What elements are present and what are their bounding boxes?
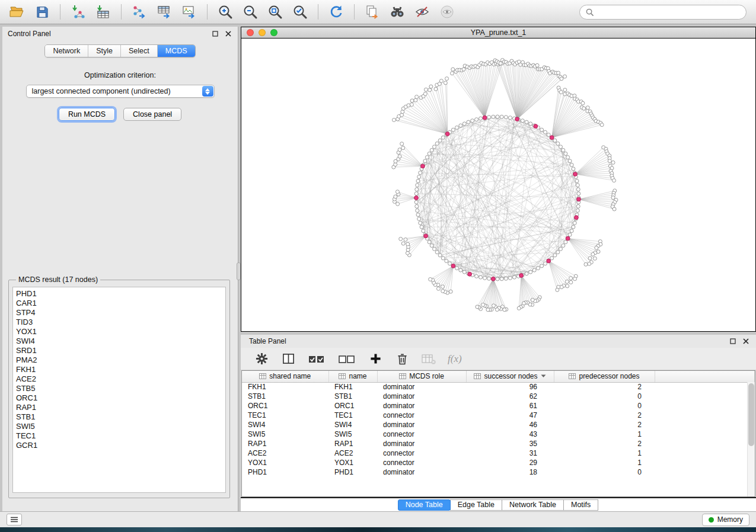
- network-node[interactable]: [568, 159, 572, 163]
- network-node[interactable]: [419, 171, 422, 175]
- mcds-result-item[interactable]: CAR1: [16, 299, 225, 308]
- mcds-result-item[interactable]: STB1: [16, 412, 225, 422]
- network-node[interactable]: [540, 264, 544, 268]
- criterion-dropdown[interactable]: largest connected component (undirected): [26, 85, 215, 98]
- network-node[interactable]: [445, 77, 449, 81]
- network-node[interactable]: [504, 277, 508, 280]
- network-node[interactable]: [459, 268, 462, 272]
- minimize-window-button[interactable]: [259, 29, 266, 36]
- network-node[interactable]: [531, 298, 534, 302]
- save-session-button[interactable]: [31, 2, 53, 21]
- network-dominator-node[interactable]: [414, 196, 419, 200]
- network-dominator-node[interactable]: [573, 172, 578, 177]
- network-node[interactable]: [399, 237, 403, 241]
- mcds-result-item[interactable]: FKH1: [16, 365, 225, 374]
- mcds-result-list[interactable]: PHD1CAR1STP4TID3YOX1SWI4SRD1PMA2FKH1ACE2…: [12, 287, 226, 493]
- panel-splitter[interactable]: [237, 262, 241, 280]
- network-node[interactable]: [566, 284, 569, 288]
- network-node[interactable]: [423, 159, 427, 163]
- mcds-result-item[interactable]: GCR1: [16, 441, 225, 450]
- network-node[interactable]: [496, 115, 499, 118]
- network-node[interactable]: [584, 262, 588, 266]
- network-node[interactable]: [439, 79, 443, 83]
- network-node[interactable]: [479, 117, 483, 120]
- network-node[interactable]: [559, 145, 562, 149]
- network-node[interactable]: [553, 139, 557, 142]
- network-node[interactable]: [559, 247, 562, 251]
- network-node[interactable]: [575, 180, 579, 183]
- network-node[interactable]: [540, 128, 544, 132]
- refresh-button[interactable]: [325, 2, 347, 21]
- network-node[interactable]: [406, 251, 409, 255]
- network-node[interactable]: [436, 287, 440, 290]
- table-settings-button[interactable]: [254, 351, 269, 367]
- network-node[interactable]: [537, 267, 540, 270]
- network-node[interactable]: [525, 272, 528, 275]
- network-node[interactable]: [508, 116, 512, 120]
- network-node[interactable]: [441, 285, 444, 289]
- network-node[interactable]: [572, 167, 575, 171]
- network-node[interactable]: [529, 270, 532, 274]
- network-node[interactable]: [415, 188, 419, 191]
- network-dominator-node[interactable]: [424, 234, 428, 238]
- network-node[interactable]: [486, 308, 490, 312]
- network-node[interactable]: [428, 241, 431, 244]
- network-node[interactable]: [422, 229, 425, 233]
- network-node[interactable]: [401, 146, 405, 150]
- network-node[interactable]: [532, 268, 536, 272]
- network-node[interactable]: [556, 251, 560, 254]
- mcds-result-item[interactable]: TEC1: [16, 431, 225, 441]
- network-dominator-node[interactable]: [445, 132, 449, 136]
- mcds-result-item[interactable]: ACE2: [16, 374, 225, 384]
- column-header-successor-nodes[interactable]: successor nodes: [466, 371, 554, 382]
- network-dominator-node[interactable]: [491, 277, 495, 281]
- network-node[interactable]: [462, 122, 466, 126]
- network-node[interactable]: [398, 155, 401, 158]
- network-node[interactable]: [414, 200, 418, 204]
- close-panel-action-button[interactable]: Close panel: [123, 108, 181, 121]
- network-node[interactable]: [455, 267, 459, 270]
- network-node[interactable]: [414, 98, 417, 102]
- network-dominator-node[interactable]: [468, 272, 472, 276]
- network-node[interactable]: [521, 119, 524, 123]
- network-node[interactable]: [570, 163, 573, 166]
- network-node[interactable]: [416, 209, 419, 212]
- network-node[interactable]: [416, 213, 420, 216]
- table-row[interactable]: SWI5SWI5connector431: [242, 430, 755, 439]
- import-table-button[interactable]: [92, 2, 114, 21]
- network-node[interactable]: [430, 148, 433, 152]
- network-dominator-node[interactable]: [534, 124, 538, 129]
- network-node[interactable]: [573, 277, 577, 281]
- export-table-button[interactable]: [153, 2, 176, 21]
- network-node[interactable]: [407, 104, 410, 107]
- network-node[interactable]: [444, 81, 447, 85]
- network-node[interactable]: [500, 115, 503, 118]
- mcds-result-item[interactable]: YOX1: [16, 327, 225, 336]
- close-window-button[interactable]: [247, 29, 254, 36]
- network-node[interactable]: [581, 101, 585, 105]
- network-node[interactable]: [569, 277, 573, 280]
- network-node[interactable]: [451, 128, 455, 132]
- network-node[interactable]: [462, 68, 465, 71]
- network-node[interactable]: [563, 75, 567, 78]
- hide-elements-button[interactable]: [411, 2, 433, 21]
- network-node[interactable]: [435, 142, 439, 145]
- table-scrollbar[interactable]: [747, 382, 755, 496]
- network-node[interactable]: [449, 290, 452, 293]
- network-node[interactable]: [481, 303, 485, 306]
- network-node[interactable]: [547, 133, 550, 137]
- zoom-in-button[interactable]: [214, 2, 237, 21]
- zoom-out-button[interactable]: [239, 2, 261, 21]
- search-network-button[interactable]: [386, 2, 409, 21]
- network-node[interactable]: [425, 156, 429, 159]
- network-node[interactable]: [395, 190, 399, 194]
- network-node[interactable]: [435, 251, 439, 254]
- network-node[interactable]: [535, 63, 539, 67]
- scrollbar-thumb[interactable]: [748, 383, 754, 446]
- network-node[interactable]: [576, 188, 580, 191]
- select-all-button[interactable]: [307, 351, 326, 367]
- network-node[interactable]: [613, 179, 616, 182]
- mcds-result-item[interactable]: RAP1: [16, 403, 225, 412]
- network-node[interactable]: [588, 262, 591, 265]
- network-dominator-node[interactable]: [515, 117, 519, 121]
